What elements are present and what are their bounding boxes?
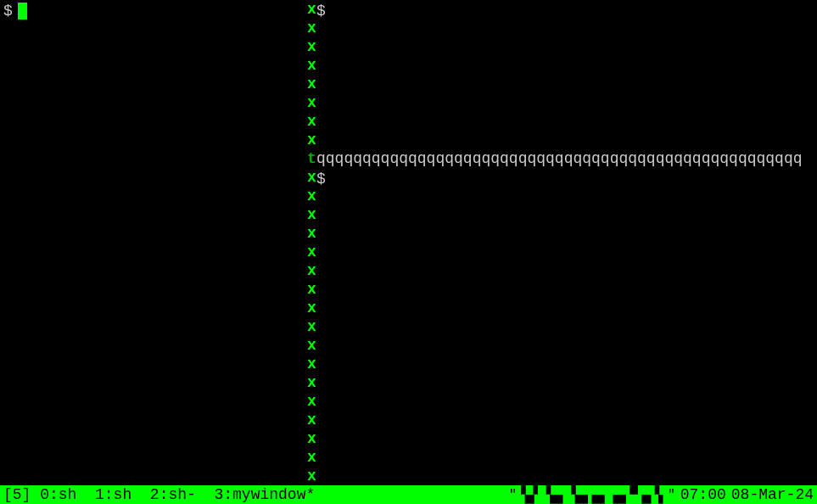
pane-top-right[interactable]: $ xyxy=(316,0,817,149)
pane-left[interactable]: $ xyxy=(0,0,307,485)
status-host: "▝▄▘▝▄▖▝▄▖▄▖▗▄▝▘▄▝▖" xyxy=(508,485,675,504)
status-right: "▝▄▘▝▄▖▝▄▖▄▖▗▄▝▘▄▝▖" 07:00 08-Mar-24 xyxy=(508,485,814,504)
status-time: 07:00 xyxy=(680,485,726,504)
vertical-border: x x x x x x x x t x x x x x x x x x x x … xyxy=(307,0,316,485)
status-bar: [5] 0:sh 1:sh 2:sh- 3:mywindow* "▝▄▘▝▄▖▝… xyxy=(0,485,817,504)
pane-bottom-right[interactable]: $ xyxy=(316,168,817,485)
status-session: [5] xyxy=(3,485,31,504)
shell-prompt: $ xyxy=(316,171,326,188)
cursor xyxy=(18,3,27,20)
prompt-row: $ xyxy=(3,2,304,20)
shell-prompt: $ xyxy=(3,2,13,20)
status-windows: 0:sh 1:sh 2:sh- 3:mywindow* xyxy=(31,485,315,504)
horizontal-border: qqqqqqqqqqqqqqqqqqqqqqqqqqqqqqqqqqqqqqqq… xyxy=(316,149,817,168)
shell-prompt: $ xyxy=(316,3,326,20)
status-date: 08-Mar-24 xyxy=(731,485,814,504)
terminal-area: $ x x x x x x x x t x x x x x x x x x x … xyxy=(0,0,817,485)
right-pane-group: $ qqqqqqqqqqqqqqqqqqqqqqqqqqqqqqqqqqqqqq… xyxy=(316,0,817,485)
